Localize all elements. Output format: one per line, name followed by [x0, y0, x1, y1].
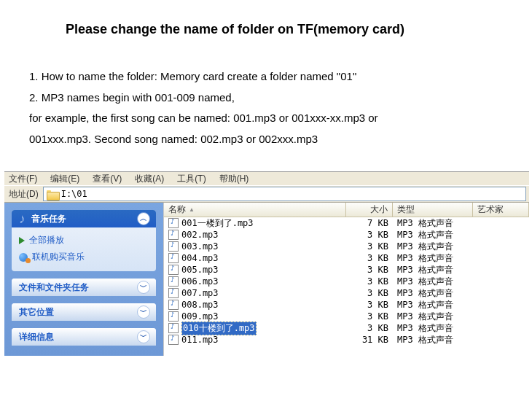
- menu-file[interactable]: 文件(F): [9, 173, 37, 185]
- mp3-file-icon: [168, 335, 179, 345]
- address-value: I:\01: [61, 189, 87, 199]
- file-size: 3 KB: [346, 253, 393, 263]
- panel-music-tasks: ♪ ♪ 音乐任务 ︿ 全部播放: [12, 210, 156, 271]
- file-name: 009.mp3: [181, 311, 219, 322]
- instruction-line: 001xxx.mp3. Second song named: 002.mp3 o…: [29, 129, 503, 150]
- page-title: Please change the name of folder on TF(m…: [66, 22, 503, 37]
- file-name: 006.mp3: [181, 276, 219, 287]
- instruction-line: 2. MP3 names begin with 001-009 named,: [29, 87, 503, 109]
- panel-title: 音乐任务: [31, 213, 66, 225]
- panel-header-filefolder[interactable]: 文件和文件夹任务 ﹀: [12, 279, 156, 296]
- mp3-file-icon: [168, 311, 179, 322]
- mp3-file-icon: [168, 323, 179, 333]
- file-type: MP3 格式声音: [393, 322, 473, 335]
- instruction-line: for example, the first song can be named…: [29, 108, 503, 129]
- file-size: 3 KB: [346, 323, 393, 333]
- file-name: 001一楼到了.mp3: [181, 217, 254, 230]
- instruction-line: 1. How to name the folder: Memory card c…: [29, 66, 503, 87]
- address-field[interactable]: I:\01: [43, 187, 526, 201]
- table-row[interactable]: 011.mp331 KBMP3 格式声音: [164, 334, 529, 346]
- mp3-file-icon: [168, 265, 179, 275]
- file-size: 3 KB: [346, 311, 393, 322]
- menubar: 文件(F) 编辑(E) 查看(V) 收藏(A) 工具(T) 帮助(H): [4, 172, 529, 185]
- panel-details: 详细信息 ﹀: [12, 328, 156, 346]
- table-row[interactable]: 006.mp33 KBMP3 格式声音: [164, 276, 529, 287]
- task-label: 全部播放: [29, 234, 64, 246]
- mp3-file-icon: [168, 300, 179, 310]
- panel-header-details[interactable]: 详细信息 ﹀: [12, 328, 156, 346]
- table-row[interactable]: 010十楼到了.mp33 KBMP3 格式声音: [164, 322, 529, 334]
- file-name: 011.mp3: [181, 335, 219, 345]
- file-name: 005.mp3: [181, 265, 219, 275]
- menu-view[interactable]: 查看(V): [93, 173, 122, 185]
- file-size: 31 KB: [346, 335, 393, 345]
- table-row[interactable]: 007.mp33 KBMP3 格式声音: [164, 287, 529, 299]
- file-type: MP3 格式声音: [393, 334, 473, 346]
- task-play-all[interactable]: 全部播放: [19, 232, 149, 249]
- shop-icon: [19, 253, 28, 262]
- chevron-down-icon[interactable]: ﹀: [137, 305, 150, 319]
- file-size: 3 KB: [346, 276, 393, 287]
- mp3-file-icon: [168, 253, 179, 263]
- file-size: 3 KB: [346, 230, 393, 240]
- panel-title: 其它位置: [19, 306, 54, 319]
- file-size: 7 KB: [346, 218, 393, 228]
- file-size: 3 KB: [346, 288, 393, 298]
- panel-other-places: 其它位置 ﹀: [12, 303, 156, 321]
- task-shop-online[interactable]: 联机购买音乐: [19, 249, 149, 265]
- explorer-window: 文件(F) 编辑(E) 查看(V) 收藏(A) 工具(T) 帮助(H) 地址(D…: [4, 171, 529, 356]
- mp3-file-icon: [168, 276, 179, 287]
- file-type: MP3 格式声音: [393, 241, 473, 253]
- panel-title: 详细信息: [19, 331, 54, 343]
- column-name[interactable]: 名称 ▲: [164, 203, 346, 217]
- file-type: MP3 格式声音: [393, 276, 473, 288]
- table-row[interactable]: 005.mp33 KBMP3 格式声音: [164, 264, 529, 276]
- column-type[interactable]: 类型: [393, 203, 473, 217]
- file-name: 004.mp3: [181, 253, 219, 263]
- table-row[interactable]: 001一楼到了.mp37 KBMP3 格式声音: [164, 217, 529, 229]
- file-type: MP3 格式声音: [393, 252, 473, 265]
- menu-edit[interactable]: 编辑(E): [50, 173, 79, 185]
- folder-icon: [47, 189, 58, 199]
- mp3-file-icon: [168, 218, 179, 228]
- file-size: 3 KB: [346, 265, 393, 275]
- address-bar: 地址(D) I:\01: [4, 185, 529, 203]
- column-size[interactable]: 大小: [346, 203, 393, 217]
- chevron-down-icon[interactable]: ﹀: [137, 281, 150, 294]
- chevron-up-icon[interactable]: ︿: [137, 212, 150, 225]
- menu-favorites[interactable]: 收藏(A): [135, 173, 164, 185]
- chevron-down-icon[interactable]: ﹀: [137, 330, 150, 343]
- column-label: 名称: [168, 203, 186, 216]
- column-artist[interactable]: 艺术家: [473, 203, 529, 217]
- menu-help[interactable]: 帮助(H): [219, 173, 249, 185]
- file-type: MP3 格式声音: [393, 311, 473, 323]
- file-type: MP3 格式声音: [393, 287, 473, 300]
- file-type: MP3 格式声音: [393, 217, 473, 230]
- mp3-file-icon: [168, 241, 179, 252]
- file-name: 008.mp3: [181, 300, 219, 310]
- file-type: MP3 格式声音: [393, 229, 473, 241]
- file-type: MP3 格式声音: [393, 299, 473, 311]
- table-row[interactable]: 002.mp33 KBMP3 格式声音: [164, 229, 529, 241]
- file-type: MP3 格式声音: [393, 264, 473, 276]
- menu-tools[interactable]: 工具(T): [177, 173, 206, 185]
- list-header: 名称 ▲ 大小 类型 艺术家: [164, 203, 529, 217]
- task-label: 联机购买音乐: [32, 251, 85, 263]
- panel-file-folder-tasks: 文件和文件夹任务 ﹀: [12, 279, 156, 296]
- play-icon: [19, 237, 25, 244]
- table-row[interactable]: 004.mp33 KBMP3 格式声音: [164, 252, 529, 264]
- table-row[interactable]: 003.mp33 KBMP3 格式声音: [164, 241, 529, 252]
- file-name: 002.mp3: [181, 230, 219, 240]
- mp3-file-icon: [168, 230, 179, 240]
- file-size: 3 KB: [346, 300, 393, 310]
- table-row[interactable]: 008.mp33 KBMP3 格式声音: [164, 299, 529, 311]
- file-list-pane: 名称 ▲ 大小 类型 艺术家 001一楼到了.mp37 KBMP3 格式声音00…: [163, 203, 529, 356]
- file-name: 003.mp3: [181, 241, 219, 252]
- mp3-file-icon: [168, 288, 179, 298]
- address-label: 地址(D): [7, 188, 40, 200]
- panel-header-other[interactable]: 其它位置 ﹀: [12, 303, 156, 321]
- file-rows: 001一楼到了.mp37 KBMP3 格式声音002.mp33 KBMP3 格式…: [164, 217, 529, 356]
- instructions-block: 1. How to name the folder: Memory card c…: [29, 66, 503, 149]
- file-name: 010十楼到了.mp3: [181, 322, 257, 335]
- panel-header-music[interactable]: ♪ 音乐任务 ︿: [12, 210, 156, 227]
